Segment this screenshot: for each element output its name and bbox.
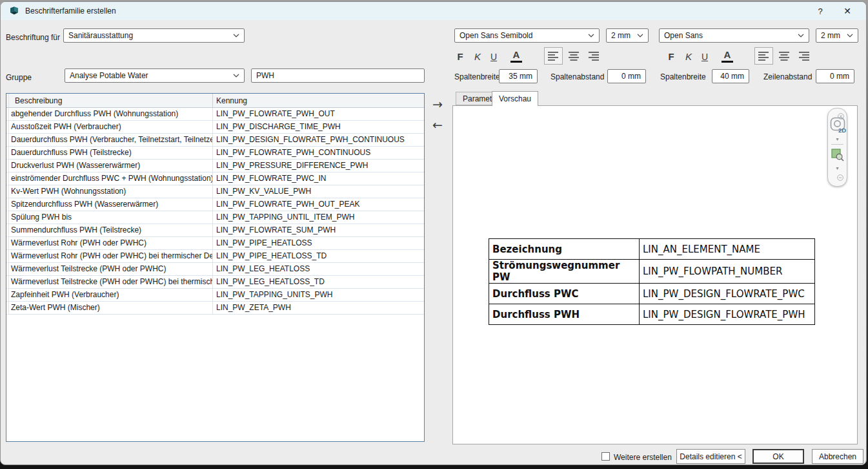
cell-beschreibung: Dauerdurchfluss PWH (Verbraucher, Teilne… — [9, 134, 213, 146]
edit-details-button[interactable]: Details editieren < — [676, 449, 745, 464]
zoom-dropdown-icon[interactable]: ▾ — [828, 165, 847, 171]
value-font-combobox[interactable]: Open Sans — [659, 28, 809, 43]
cell-beschreibung: Ausstoßzeit PWH (Verbraucher) — [9, 121, 213, 133]
name-underline-button[interactable]: U — [486, 48, 501, 64]
cell-kennung: LIN_PW_FLOWRATE_SUM_PWH — [213, 224, 424, 236]
create-more-checkbox[interactable] — [601, 452, 610, 461]
cell-kennung: LIN_PW_TAPPING_UNITS_PWH — [213, 289, 424, 301]
col-gap-label: Spaltenabstand — [550, 72, 604, 81]
column-header-kennung[interactable]: Kennung — [213, 94, 424, 107]
col-gap-input[interactable]: 0 mm — [607, 69, 646, 83]
value-underline-button[interactable]: U — [697, 48, 712, 64]
zoom-extents-button[interactable] — [830, 147, 845, 165]
cell-beschreibung: Spitzendurchfluss PWH (Wassererwärmer) — [9, 198, 213, 211]
name-bold-button[interactable]: F — [452, 48, 468, 64]
parameter-table-rows: abgehender Durchfluss PWH (Wohnungsstati… — [6, 108, 424, 315]
value-align-center-button[interactable] — [775, 47, 794, 65]
filter-input[interactable]: PWH — [251, 68, 425, 83]
title-bar: Beschrifterfamilie erstellen — [1, 2, 866, 20]
tab-vorschau[interactable]: Vorschau — [492, 91, 538, 106]
move-left-button[interactable]: ← — [429, 117, 446, 132]
value-col-width-label: Spaltenbreite — [660, 72, 706, 81]
cell-beschreibung: Zeta-Wert PWH (Mischer) — [9, 302, 213, 314]
create-label-family-dialog: Beschrifterfamilie erstellen ? ✕ Beschri… — [0, 1, 867, 465]
name-align-right-button[interactable] — [585, 47, 603, 65]
preview-row: Durchfluss PWCLIN_PW_DESIGN_FLOWRATE_PWC — [489, 284, 815, 304]
name-align-left-button[interactable] — [544, 47, 563, 65]
value-size-combobox[interactable]: 2 mm — [816, 28, 858, 43]
value-bold-button[interactable]: F — [663, 48, 679, 64]
cell-kennung: LIN_PW_DISCHARGE_TIME_PWH — [213, 121, 424, 133]
table-row[interactable]: Druckverlust PWH (Wassererwärmer)LIN_PW_… — [6, 160, 424, 172]
cell-beschreibung: Wärmeverlust Teilstrecke (PWH oder PWHC)… — [9, 276, 213, 288]
name-size-combobox[interactable]: 2 mm — [606, 28, 649, 43]
group-combobox[interactable]: Analyse Potable Water — [65, 68, 245, 83]
value-align-left-button[interactable] — [754, 47, 773, 65]
chevron-down-icon — [233, 34, 239, 37]
preview-cell-name: Bezeichnung — [489, 239, 640, 260]
parameter-table-header: Beschreibung Kennung — [6, 94, 424, 108]
name-align-center-button[interactable] — [565, 47, 583, 65]
app-logo-icon — [9, 6, 19, 16]
cell-beschreibung: Summendurchfluss PWH (Teilstrecke) — [9, 224, 213, 236]
help-button[interactable]: ? — [807, 2, 834, 20]
value-font-value: Open Sans — [664, 31, 795, 40]
group-value: Analyse Potable Water — [70, 71, 230, 80]
toolbar-collapse-icon[interactable] — [837, 172, 843, 183]
cell-kennung: LIN_PW_FLOWRATE_PWH_OUT — [213, 108, 424, 120]
chevron-down-icon — [233, 74, 239, 78]
align-center-icon — [779, 51, 791, 61]
align-right-icon — [589, 51, 600, 61]
preview-cell-param: LIN_PW_DESIGN_FLOWRATE_PWH — [640, 304, 815, 325]
table-row[interactable]: einströmender Durchfluss PWC + PWH (Wohn… — [6, 172, 424, 185]
value-size-value: 2 mm — [821, 31, 844, 40]
value-col-width-input[interactable]: 40 mm — [712, 69, 749, 83]
name-font-color-button[interactable]: A — [510, 49, 522, 63]
table-row[interactable]: Wärmeverlust Teilstrecke (PWH oder PWHC)… — [6, 263, 424, 276]
value-italic-button[interactable]: K — [681, 48, 696, 64]
annotation-for-combobox[interactable]: Sanitärausstattung — [63, 28, 245, 43]
column-header-beschreibung[interactable]: Beschreibung — [9, 94, 213, 107]
name-col-width-input[interactable]: 35 mm — [499, 69, 538, 83]
name-font-combobox[interactable]: Open Sans Semibold — [454, 28, 600, 43]
table-row[interactable]: Kv-Wert PWH (Wohnungsstation)LIN_PW_KV_V… — [6, 185, 424, 198]
cell-kennung: LIN_PW_PIPE_HEATLOSS — [213, 237, 424, 249]
name-font-value: Open Sans Semibold — [459, 31, 585, 40]
table-row[interactable]: Wärmeverlust Teilstrecke (PWH oder PWHC)… — [6, 276, 424, 289]
table-row[interactable]: Dauerdurchfluss PWH (Teilstrecke)LIN_PW_… — [6, 147, 424, 160]
preview-row: Strömungswegnummer PWLIN_PW_FLOWPATH_NUM… — [489, 260, 815, 284]
col-gap-value: 0 mm — [621, 72, 641, 81]
table-row[interactable]: Dauerdurchfluss PWH (Verbraucher, Teilne… — [6, 134, 424, 147]
table-row[interactable]: Zeta-Wert PWH (Mischer)LIN_PW_ZETA_PWH — [6, 302, 424, 315]
preview-nav-toolbar: 2D ▾ ▾ — [827, 108, 847, 187]
row-gap-input[interactable]: 0 mm — [816, 69, 854, 83]
preview-panel: 2D ▾ ▾ BezeichnungLIN_AN_ELEMENT_NAMEStr… — [452, 105, 858, 444]
toolbar-divider — [831, 144, 843, 145]
preview-cell-name: Durchfluss PWH — [489, 304, 640, 325]
view-mode-dropdown-icon[interactable]: ▾ — [828, 136, 847, 142]
table-row[interactable]: Wärmeverlust Rohr (PWH oder PWHC) bei th… — [6, 250, 424, 263]
annotation-for-label: Beschriftung für — [6, 33, 60, 42]
name-size-value: 2 mm — [611, 31, 634, 40]
preview-cell-name: Strömungswegnummer PW — [489, 260, 640, 284]
ok-button[interactable]: OK — [752, 449, 804, 464]
table-row[interactable]: abgehender Durchfluss PWH (Wohnungsstati… — [6, 108, 424, 121]
view-mode-label: 2D — [838, 127, 846, 134]
table-row[interactable]: Spülung PWH bisLIN_PW_TAPPING_UNTIL_ITEM… — [6, 211, 424, 224]
close-button[interactable]: ✕ — [834, 2, 861, 20]
align-left-icon — [758, 51, 770, 61]
table-row[interactable]: Zapfeinheit PWH (Verbraucher)LIN_PW_TAPP… — [6, 289, 424, 302]
filter-value: PWH — [256, 71, 274, 80]
table-row[interactable]: Summendurchfluss PWH (Teilstrecke)LIN_PW… — [6, 224, 424, 237]
table-row[interactable]: Spitzendurchfluss PWH (Wassererwärmer)LI… — [6, 198, 424, 211]
cell-beschreibung: Wärmeverlust Rohr (PWH oder PWHC) bei th… — [9, 250, 213, 262]
table-row[interactable]: Ausstoßzeit PWH (Verbraucher)LIN_PW_DISC… — [6, 121, 424, 134]
value-font-color-button[interactable]: A — [722, 49, 733, 63]
cancel-button[interactable]: Abbrechen — [812, 449, 863, 464]
table-row[interactable]: Wärmeverlust Rohr (PWH oder PWHC)LIN_PW_… — [6, 237, 424, 250]
name-italic-button[interactable]: K — [470, 48, 485, 64]
value-align-right-button[interactable] — [795, 47, 814, 65]
move-right-button[interactable]: → — [429, 96, 446, 112]
view-mode-2d-button[interactable]: 2D — [830, 117, 846, 137]
cell-kennung: LIN_PW_FLOWRATE_PWH_OUT_PEAK — [213, 198, 424, 211]
